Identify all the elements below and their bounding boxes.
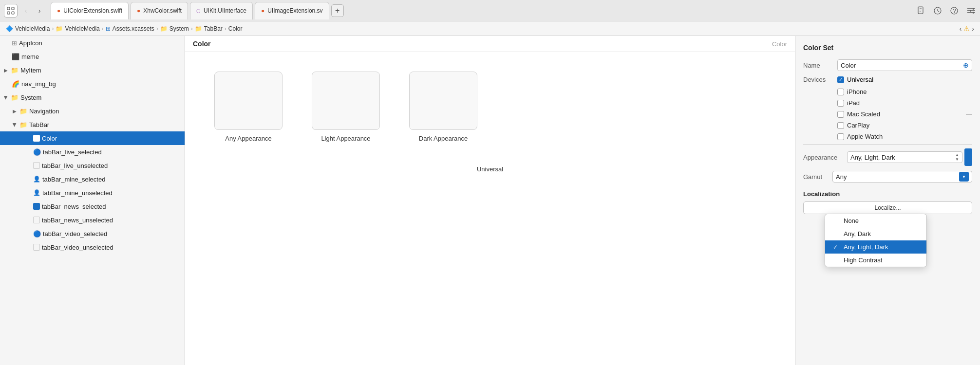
swatch-dark: Dark Appearance [409, 72, 477, 142]
breadcrumb-label: Color [228, 25, 243, 32]
breadcrumb-assets[interactable]: Assets.xcassets [113, 25, 154, 32]
sidebar-item-meme[interactable]: ⬛ meme [0, 50, 185, 63]
dropdown-item-none[interactable]: None [825, 214, 926, 227]
breadcrumb-vehiclemedia2[interactable]: VehicleMedia [65, 25, 99, 32]
sidebar-item-color[interactable]: Color [0, 131, 185, 145]
breadcrumb: 🔷 VehicleMedia › 📁 VehicleMedia › ⊞ Asse… [0, 21, 980, 36]
breadcrumb-folder-icon: 📁 [56, 25, 63, 32]
breadcrumb-tabbar[interactable]: TabBar [204, 25, 223, 32]
localize-button[interactable]: Localize... [803, 201, 972, 214]
dropdown-item-any-light-dark[interactable]: ✓ Any, Light, Dark [825, 240, 926, 254]
inspector-toggle-button[interactable] [966, 6, 976, 15]
plus-icon: + [335, 6, 339, 15]
sidebar-item-label: tabBar_live_selected [43, 148, 102, 156]
expand-arrow-icon: ▶ [4, 68, 8, 73]
mine-unselected-icon: 👤 [33, 189, 40, 196]
content-header: Color Color [185, 36, 795, 52]
breadcrumb-vehiclemedia1[interactable]: VehicleMedia [15, 25, 50, 32]
sidebar-item-appicon[interactable]: ⊞ AppIcon [0, 36, 185, 50]
sidebar-item-tabbar-live-selected[interactable]: 🔵 tabBar_live_selected [0, 145, 185, 159]
breadcrumb-color[interactable]: Color [228, 25, 243, 32]
video-selected-icon: 🔵 [33, 230, 41, 237]
appearance-dropdown: None Any, Dark ✓ Any, Light, Dark High C… [825, 214, 927, 267]
live-selected-icon: 🔵 [33, 148, 41, 156]
ipad-label: iPad [847, 99, 860, 107]
sidebar-item-label: tabBar_mine_selected [42, 176, 105, 183]
name-input[interactable]: Color ⊕ [837, 59, 972, 71]
apple-watch-row: Apple Watch [837, 133, 972, 140]
tab-uicolorextension[interactable]: ● UIColorExtension.swift [51, 2, 129, 19]
svg-rect-0 [7, 7, 10, 10]
universal-checkbox[interactable] [837, 76, 844, 83]
folder-icon: 📁 [19, 121, 27, 128]
appearance-value: Any, Light, Dark [850, 154, 895, 161]
add-tab-button[interactable]: + [331, 4, 344, 17]
carplay-row: CarPlay [837, 122, 972, 129]
sidebar-item-tabbar-video-selected[interactable]: 🔵 tabBar_video_selected [0, 227, 185, 240]
gamut-select[interactable]: Any ▼ [832, 171, 972, 182]
gamut-row: Gamut Any ▼ [803, 171, 972, 182]
dropdown-item-high-contrast[interactable]: High Contrast [825, 254, 926, 267]
any-appearance-label: Any Appearance [225, 135, 271, 142]
content-right-label: Color [772, 40, 787, 48]
sidebar-item-nav-img-bg[interactable]: 🌈 nav_img_bg [0, 77, 185, 91]
sidebar-item-label: meme [21, 53, 39, 60]
svg-rect-2 [7, 12, 10, 14]
tab-uikit[interactable]: ⬡ UIKit.UIInterface [190, 2, 253, 19]
universal-label: Universal [185, 165, 795, 173]
sidebar-item-tabbar-news-selected[interactable]: tabBar_news_selected [0, 200, 185, 213]
back-button[interactable]: ‹ [20, 5, 31, 16]
folder-icon: 📁 [11, 67, 19, 74]
apple-watch-checkbox[interactable] [837, 133, 844, 140]
history-button[interactable] [933, 6, 942, 15]
separator [803, 144, 972, 145]
tab-uiimageextension[interactable]: ● UIImageExtension.sv [255, 2, 329, 19]
dropdown-label: Any, Dark [844, 230, 871, 237]
sidebar-item-label: Navigation [29, 108, 59, 115]
ipad-checkbox[interactable] [837, 100, 844, 107]
gamut-label: Gamut [803, 173, 832, 181]
name-value: Color [841, 62, 856, 69]
inspector-panel: Color Set Name Color ⊕ Devices Universal… [795, 36, 980, 365]
swift-icon: ● [137, 7, 140, 14]
breadcrumb-back-button[interactable]: ‹ [960, 25, 962, 33]
breadcrumb-system[interactable]: System [170, 25, 189, 32]
sidebar-item-tabbar-mine-selected[interactable]: 👤 tabBar_mine_selected [0, 172, 185, 186]
tab-label: XhwColor.swift [143, 7, 182, 14]
doc-button[interactable] [917, 6, 925, 15]
gamut-value: Any [836, 173, 847, 181]
help-button[interactable]: ? [950, 6, 959, 15]
carplay-label: CarPlay [847, 122, 869, 129]
iphone-label: iPhone [847, 88, 867, 95]
tab-label: UIImageExtension.sv [267, 7, 322, 14]
sidebar-item-tabbar-news-unselected[interactable]: tabBar_news_unselected [0, 213, 185, 227]
mac-scaled-checkbox[interactable] [837, 111, 844, 118]
mine-selected-icon: 👤 [33, 176, 40, 182]
tab-bar-right: ? [917, 6, 976, 15]
sidebar-item-system[interactable]: ▶ 📁 System [0, 91, 185, 104]
breadcrumb-label: VehicleMedia [15, 25, 50, 32]
light-appearance-label: Light Appearance [321, 135, 370, 142]
sidebar-item-label: tabBar_live_unselected [42, 162, 108, 169]
carplay-checkbox[interactable] [837, 122, 844, 129]
sidebar-item-tabbar-live-unselected[interactable]: tabBar_live_unselected [0, 159, 185, 172]
forward-button[interactable]: › [34, 5, 45, 16]
sidebar-item-tabbar[interactable]: ▶ 📁 TabBar [0, 118, 185, 131]
grid-button[interactable] [4, 4, 18, 18]
sidebar-item-tabbar-video-unselected[interactable]: tabBar_video_unselected [0, 240, 185, 254]
tab-label: UIColorExtension.swift [63, 7, 122, 14]
name-input-btn[interactable]: ⊕ [963, 61, 969, 69]
breadcrumb-forward-button[interactable]: › [972, 25, 974, 33]
breadcrumb-tabbar-icon: 📁 [195, 25, 202, 32]
appearance-select[interactable]: Any, Light, Dark ▲ ▼ [847, 151, 962, 163]
dropdown-item-any-dark[interactable]: Any, Dark [825, 227, 926, 240]
iphone-checkbox[interactable] [837, 89, 844, 95]
dropdown-label: Any, Light, Dark [844, 243, 888, 251]
sidebar-item-navigation[interactable]: ▶ 📁 Navigation [0, 104, 185, 118]
sidebar-item-myitem[interactable]: ▶ 📁 MyItem [0, 63, 185, 77]
swift-icon: ● [261, 7, 264, 14]
sidebar-item-tabbar-mine-unselected[interactable]: 👤 tabBar_mine_unselected [0, 186, 185, 200]
tab-bar-left: ‹ › [4, 4, 45, 18]
tab-xhwcolor[interactable]: ● XhwColor.swift [131, 2, 188, 19]
color-swatches: Any Appearance Light Appearance Dark App… [185, 52, 795, 162]
